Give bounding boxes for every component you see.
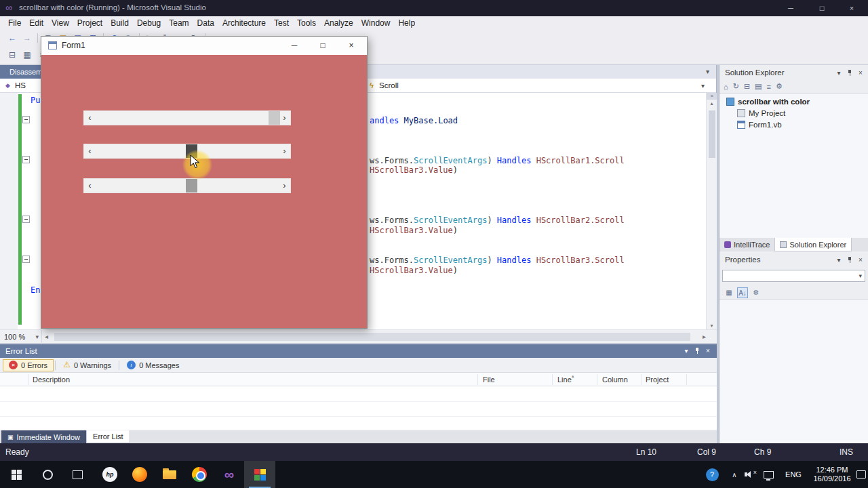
menu-project[interactable]: Project	[73, 16, 106, 30]
file-explorer-icon[interactable]	[155, 461, 184, 488]
grid-icon[interactable]: ▦	[20, 48, 34, 62]
collapse-icon[interactable]: ⊟	[744, 82, 750, 91]
language-indicator[interactable]: ENG	[781, 461, 806, 488]
clock[interactable]: 12:46 PM 16/09/2016	[810, 461, 854, 488]
solution-explorer-header[interactable]: Solution Explorer ▾ ×	[719, 66, 868, 79]
column-project[interactable]: Project	[646, 373, 669, 386]
minimize-icon[interactable]: ─	[776, 0, 806, 16]
tab-error-list[interactable]: Error List	[86, 430, 130, 443]
tree-item-scrollbar-with-color[interactable]: scrollbar with color	[719, 96, 868, 107]
fold-toggle-icon[interactable]	[22, 156, 30, 163]
categorized-icon[interactable]: ▦	[724, 287, 734, 298]
menu-data[interactable]: Data	[193, 16, 218, 30]
tree-item-my-project[interactable]: My Project	[719, 107, 868, 119]
document-list-chevron-icon[interactable]: ▾	[706, 65, 709, 79]
menu-edit[interactable]: Edit	[25, 16, 47, 30]
scroll-down-icon[interactable]: ▾	[707, 323, 717, 329]
menu-tools[interactable]: Tools	[293, 16, 320, 30]
start-button-icon[interactable]	[0, 461, 33, 488]
scroll-right-icon[interactable]: ›	[279, 111, 290, 125]
scroll-left-icon[interactable]: ‹	[84, 111, 96, 125]
editor-horizontal-scrollbar[interactable]: 100 % ▾ ◂ ▸	[0, 329, 717, 343]
hscrollbar-1[interactable]: ‹ ›	[83, 110, 291, 125]
pin-icon[interactable]	[845, 66, 854, 80]
close-icon[interactable]: ×	[338, 37, 364, 55]
home-icon[interactable]: ⌂	[724, 83, 728, 91]
hscrollbar-3[interactable]: ‹ ›	[83, 178, 291, 193]
fold-toggle-icon[interactable]	[22, 116, 30, 123]
minimize-icon[interactable]: ─	[281, 37, 307, 55]
errors-filter-button[interactable]: × 0 Errors	[3, 359, 54, 371]
refresh-icon[interactable]: ↻	[733, 82, 739, 91]
close-icon[interactable]: ×	[837, 0, 867, 16]
maximize-icon[interactable]: □	[310, 37, 336, 55]
action-center-icon[interactable]	[854, 461, 868, 488]
pin-icon[interactable]	[692, 344, 702, 358]
menu-file[interactable]: File	[4, 16, 25, 30]
help-tray-icon[interactable]: ?	[703, 461, 722, 488]
display-tray-icon[interactable]	[760, 461, 777, 488]
window-position-chevron-icon[interactable]: ▾	[834, 253, 844, 267]
scroll-left-icon[interactable]: ‹	[84, 179, 96, 192]
scrollbar-thumb[interactable]	[54, 333, 690, 341]
scrollbar-thumb[interactable]	[709, 110, 715, 158]
tree-item-form1-vb[interactable]: Form1.vb	[719, 119, 868, 130]
close-icon[interactable]: ×	[856, 66, 865, 80]
scroll-left-icon[interactable]: ◂	[45, 330, 48, 344]
event-dropdown[interactable]: ϟ Scroll ▾	[364, 79, 717, 93]
close-icon[interactable]: ×	[703, 344, 713, 358]
window-position-chevron-icon[interactable]: ▾	[682, 344, 691, 358]
properties-object-dropdown[interactable]: ▾	[722, 270, 865, 282]
menu-help[interactable]: Help	[394, 16, 419, 30]
chrome-icon[interactable]	[184, 461, 214, 488]
splitter-handle[interactable]: ≡	[707, 93, 717, 100]
menu-build[interactable]: Build	[106, 16, 133, 30]
menu-window[interactable]: Window	[357, 16, 395, 30]
volume-muted-icon[interactable]: ×	[742, 461, 760, 488]
menu-test[interactable]: Test	[270, 16, 293, 30]
menu-architecture[interactable]: Architecture	[218, 16, 270, 30]
task-view-icon[interactable]	[62, 461, 92, 488]
window-position-chevron-icon[interactable]: ▾	[834, 66, 844, 80]
editor-vertical-scrollbar[interactable]: ≡ ▴ ▾	[706, 93, 717, 329]
search-icon[interactable]	[33, 461, 62, 488]
scroll-right-icon[interactable]: ›	[279, 179, 290, 192]
close-icon[interactable]: ×	[856, 253, 865, 267]
alphabetical-icon[interactable]: A↓	[737, 287, 748, 298]
gear-icon[interactable]: ⚙	[776, 82, 783, 91]
tab-intellitrace[interactable]: IntelliTrace	[719, 238, 774, 251]
column-description[interactable]: Description	[33, 373, 70, 386]
scroll-right-icon[interactable]: ▸	[703, 330, 706, 344]
form-title-bar[interactable]: Form1 ─ □ ×	[41, 37, 367, 55]
files-icon[interactable]: ▤	[755, 82, 762, 91]
form1-window[interactable]: Form1 ─ □ × ‹ › ‹ › ‹ ›	[41, 36, 368, 329]
menu-view[interactable]: View	[47, 16, 73, 30]
pin-icon[interactable]	[845, 253, 854, 267]
column-line[interactable]: Line	[557, 373, 572, 386]
fold-toggle-icon[interactable]	[22, 216, 30, 223]
visual-studio-icon[interactable]: ∞	[214, 461, 244, 488]
list-icon[interactable]: ≡	[767, 83, 771, 91]
error-list-header[interactable]: Error List ▾ ×	[0, 344, 717, 358]
running-app-icon[interactable]	[244, 461, 275, 488]
maximize-icon[interactable]: □	[807, 0, 837, 16]
scroll-right-icon[interactable]: ›	[279, 144, 290, 158]
scroll-left-icon[interactable]: ‹	[84, 144, 96, 158]
pages-icon[interactable]: ⚙	[751, 287, 762, 298]
tab-immediate-window[interactable]: ▣ Immediate Window	[1, 430, 86, 443]
menu-analyze[interactable]: Analyze	[320, 16, 357, 30]
properties-header[interactable]: Properties ▾ ×	[719, 253, 868, 266]
zoom-control[interactable]: 100 % ▾	[0, 330, 42, 344]
menu-debug[interactable]: Debug	[133, 16, 165, 30]
nav-back-icon[interactable]: ←	[5, 31, 19, 45]
fold-toggle-icon[interactable]	[22, 256, 30, 263]
scrollbar-thumb[interactable]	[186, 179, 197, 192]
tray-expand-icon[interactable]: ∧	[727, 461, 742, 488]
nav-forward-icon[interactable]: →	[20, 31, 34, 45]
messages-filter-button[interactable]: i 0 Messages	[121, 359, 185, 371]
column-column[interactable]: Column	[602, 373, 628, 386]
tab-solution-explorer[interactable]: Solution Explorer	[774, 238, 852, 251]
browser-icon[interactable]	[125, 461, 155, 488]
warnings-filter-button[interactable]: ⚠ 0 Warnings	[57, 359, 117, 371]
scroll-up-icon[interactable]: ▴	[707, 100, 717, 106]
